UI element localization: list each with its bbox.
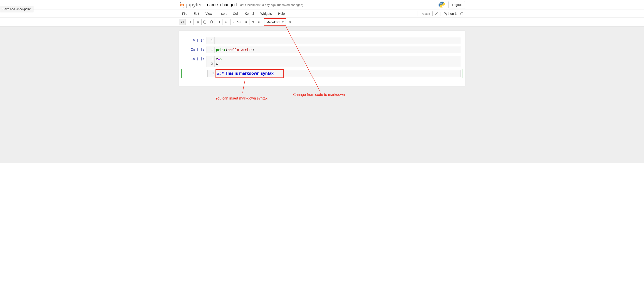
checkpoint-label: Last Checkpoint: a day ago (239, 3, 276, 7)
menu-view[interactable]: View (202, 12, 216, 16)
cell-prompt: In [ ]: (181, 47, 206, 53)
cut-icon (197, 21, 200, 24)
menu-help[interactable]: Help (275, 12, 288, 16)
arrow-up-icon (218, 21, 221, 24)
svg-rect-8 (291, 21, 291, 22)
svg-point-2 (180, 7, 180, 8)
paste-icon (210, 21, 213, 24)
annotation-line (242, 81, 245, 93)
menu-edit[interactable]: Edit (190, 12, 202, 16)
plus-icon (189, 21, 192, 24)
kernel-name[interactable]: Python 3 (444, 12, 457, 16)
svg-rect-4 (289, 21, 292, 23)
edit-icon[interactable] (435, 12, 438, 16)
run-label: Run (236, 21, 241, 24)
copy-icon (203, 21, 206, 24)
line-gutter: 1 (208, 70, 216, 77)
menu-cell[interactable]: Cell (230, 12, 242, 16)
annotation-text-markdown: You can insert markdown syntax (215, 96, 268, 100)
restart-run-all-button[interactable] (256, 19, 263, 25)
cell-input[interactable]: 1 ### This is markdown syntax (207, 70, 461, 77)
logout-button[interactable]: Logout (448, 1, 465, 9)
svg-rect-5 (289, 21, 290, 22)
restart-button[interactable] (250, 19, 256, 25)
notebook-area: In [ ]: 1 In [ ]: 1 print("Hello world")… (179, 31, 465, 86)
fast-forward-icon (258, 21, 261, 24)
cell-input[interactable]: 1 2 x=5 x (206, 56, 461, 67)
menu-widgets[interactable]: Widgets (257, 12, 275, 16)
line-gutter: 1 (206, 47, 214, 53)
annotation-text-select: Change from code to markdown (293, 93, 345, 97)
copy-button[interactable] (202, 19, 208, 25)
svg-rect-6 (290, 21, 290, 22)
code-cell[interactable]: In [ ]: 1 (181, 36, 463, 45)
command-palette-button[interactable] (287, 19, 294, 25)
save-icon (181, 21, 184, 24)
svg-rect-3 (246, 21, 247, 23)
cut-button[interactable] (195, 19, 202, 25)
cell-input[interactable]: 1 (206, 37, 461, 44)
code-content[interactable]: print("Hello world") (214, 47, 461, 53)
jupyter-logo[interactable]: jupyter (179, 2, 202, 8)
jupyter-logo-icon (179, 2, 185, 8)
svg-rect-7 (290, 21, 291, 22)
paste-button[interactable] (208, 19, 215, 25)
move-up-button[interactable] (216, 19, 223, 25)
cell-type-select[interactable]: Markdown (264, 19, 286, 25)
separator: | (440, 11, 442, 16)
markdown-content[interactable]: ### This is markdown syntax (216, 70, 460, 77)
code-content[interactable]: x=5 x (214, 56, 461, 67)
code-content[interactable] (214, 37, 461, 44)
kernel-status-icon (460, 12, 463, 15)
stop-button[interactable] (243, 19, 250, 25)
notebook-name[interactable]: name_changed (207, 2, 237, 7)
save-button[interactable] (179, 19, 186, 25)
cell-prompt: In [ ]: (181, 56, 206, 67)
cell-prompt: In [ ]: (181, 37, 206, 44)
cell-prompt (182, 70, 207, 77)
python-icon (438, 1, 445, 9)
run-button[interactable]: Run (230, 19, 243, 25)
line-gutter: 1 (206, 37, 214, 44)
menu-kernel[interactable]: Kernel (242, 12, 257, 16)
trusted-button[interactable]: Trusted (418, 11, 432, 16)
markdown-cell-selected[interactable]: 1 ### This is markdown syntax (181, 69, 463, 78)
unsaved-changes: (unsaved changes) (277, 3, 303, 7)
line-gutter: 1 2 (206, 56, 214, 67)
code-cell[interactable]: In [ ]: 1 print("Hello world") (181, 46, 463, 54)
svg-rect-9 (290, 22, 291, 23)
restart-icon (252, 21, 254, 24)
svg-point-1 (184, 7, 184, 8)
arrow-down-icon (224, 21, 227, 24)
cell-input[interactable]: 1 print("Hello world") (206, 47, 461, 53)
stop-icon (245, 21, 248, 24)
menu-insert[interactable]: Insert (216, 12, 230, 16)
svg-point-0 (180, 2, 181, 3)
keyboard-icon (288, 21, 292, 24)
menu-file[interactable]: File (179, 12, 190, 16)
run-icon (232, 21, 235, 24)
add-cell-button[interactable] (187, 19, 194, 25)
code-cell[interactable]: In [ ]: 1 2 x=5 x (181, 55, 463, 68)
jupyter-logo-text: jupyter (186, 2, 202, 8)
save-checkpoint-tooltip: Save and Checkpoint (0, 6, 33, 12)
move-down-button[interactable] (222, 19, 229, 25)
